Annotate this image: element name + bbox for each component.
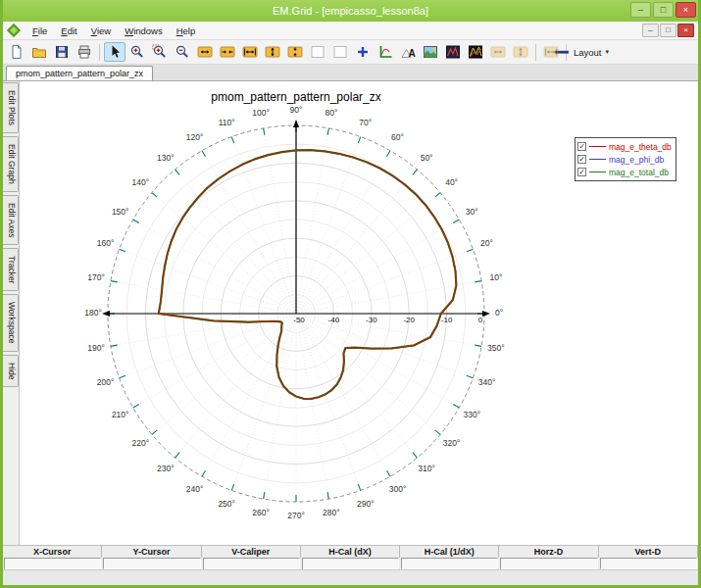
box-select-1-button[interactable] — [307, 42, 328, 62]
window-bottom-strip — [3, 569, 698, 585]
zoom-in-icon — [152, 44, 168, 60]
layout-button[interactable]: Layout▾ — [571, 42, 592, 62]
edit-axes-button[interactable] — [375, 42, 396, 62]
window-controls: – □ × — [630, 2, 696, 18]
angle-label: 230° — [157, 464, 175, 473]
sidebar-tab-edit-plots[interactable]: Edit Plots — [3, 82, 19, 133]
angle-label: 120° — [186, 132, 204, 142]
status-value-v-caliper — [203, 558, 300, 569]
menu-file[interactable]: File — [25, 24, 54, 38]
select-pointer-button[interactable] — [104, 42, 125, 62]
plot-style-multi-button[interactable] — [465, 42, 486, 62]
menu-edit[interactable]: Edit — [54, 24, 83, 38]
angle-tick — [453, 220, 459, 223]
angle-tick — [467, 375, 474, 377]
blank-icon — [310, 44, 325, 60]
print-button[interactable] — [74, 42, 95, 62]
svg-text:A: A — [409, 48, 416, 59]
sidebar-tab-edit-axes[interactable]: Edit Axes — [3, 195, 19, 245]
h-expand-icon — [197, 44, 213, 60]
mdi-restore-button[interactable]: □ — [660, 24, 676, 37]
app-logo-icon — [7, 24, 21, 37]
dropdown-arrow-icon: ▾ — [606, 48, 610, 56]
legend-checkbox-mag-e-phi-db[interactable]: ✓ — [577, 155, 586, 164]
statusbar: X-CursorY-CursorV-CaliperH-Cal (dX)H-Cal… — [3, 545, 698, 569]
sidebar-tab-edit-graph[interactable]: Edit Graph — [3, 136, 19, 192]
grid-spoke — [133, 314, 296, 408]
titlebar: EM.Grid - [empicasso_lesson8a] – □ × — [3, 0, 698, 22]
angle-label: 150° — [112, 207, 129, 217]
angle-tick — [358, 137, 360, 144]
window-maximize-button[interactable]: □ — [653, 2, 674, 18]
plus-icon — [355, 44, 371, 60]
menu-help[interactable]: Help — [170, 24, 203, 38]
angle-tick — [327, 128, 328, 135]
shrink-y-button[interactable] — [284, 42, 306, 62]
angle-tick — [264, 128, 265, 135]
radial-label: -20 — [403, 316, 415, 324]
legend-checkbox-mag-e-theta-db[interactable]: ✓ — [577, 142, 586, 151]
zoom-in-button[interactable] — [149, 42, 171, 62]
status-value-horz-d — [500, 558, 597, 569]
angle-label: 190° — [87, 343, 105, 353]
sidebar-tab-hide[interactable]: Hide — [3, 355, 19, 387]
shrink-x-button[interactable] — [217, 42, 238, 62]
angle-label: 180° — [84, 308, 102, 318]
grid-spoke — [202, 151, 296, 314]
menu-view[interactable]: View — [84, 24, 118, 38]
open-button[interactable] — [28, 42, 50, 62]
folder-icon — [31, 44, 47, 60]
sidebar-tab-tracker[interactable]: Tracker — [3, 248, 19, 292]
menu-items: FileEditViewWindowsHelp — [25, 25, 202, 36]
add-text-button[interactable]: A — [397, 42, 419, 62]
expand-x-button[interactable] — [194, 42, 216, 62]
new-button[interactable] — [6, 42, 27, 62]
page-icon — [9, 44, 25, 60]
tool-disabled-1-button — [487, 42, 509, 62]
mdi-close-button[interactable]: × — [677, 24, 694, 37]
tab-pmom-pattern-pattern-polar-zx[interactable]: pmom_pattern_pattern_polar_zx — [6, 66, 153, 80]
angle-label: 300° — [389, 484, 407, 494]
angle-tick — [175, 453, 179, 458]
plot-title: pmom_pattern_pattern_polar_zx — [100, 90, 492, 104]
menu-windows[interactable]: Windows — [118, 24, 170, 38]
status-value-row — [3, 558, 698, 569]
window-title: EM.Grid - [empicasso_lesson8a] — [273, 5, 428, 17]
plot-style-dark-button[interactable] — [442, 42, 464, 62]
angle-tick — [231, 137, 233, 144]
layout-label: Layout — [574, 47, 602, 58]
angle-label: 290° — [357, 499, 375, 509]
angle-tick — [467, 249, 474, 251]
save-button[interactable] — [51, 42, 73, 62]
window-minimize-button[interactable]: – — [630, 2, 651, 18]
angle-tick — [475, 345, 481, 346]
angle-label: 110° — [219, 118, 235, 127]
window-close-button[interactable]: × — [676, 2, 696, 18]
legend-label: mag_e_total_db — [609, 168, 669, 177]
mdi-minimize-button[interactable]: – — [642, 24, 659, 37]
grid-spoke — [175, 170, 296, 314]
full-scale-x-button[interactable] — [239, 42, 261, 62]
menubar: FileEditViewWindowsHelp – □ × — [3, 22, 698, 40]
expand-y-button[interactable] — [262, 42, 283, 62]
status-value-vert-d — [600, 558, 697, 569]
angle-tick — [435, 193, 440, 197]
legend-checkbox-mag-e-total-db[interactable]: ✓ — [577, 168, 586, 176]
angle-label: 200° — [97, 377, 115, 387]
zoom-out-button[interactable] — [172, 42, 193, 62]
zoom-window-button[interactable] — [126, 42, 148, 62]
box-select-2-button[interactable] — [329, 42, 351, 62]
mdi-window-controls: – □ × — [642, 24, 696, 37]
export-image-button[interactable] — [420, 42, 441, 62]
status-col-vert-d: Vert-D — [599, 546, 698, 558]
h-expand-icon — [490, 44, 506, 60]
add-marker-button[interactable] — [352, 42, 374, 62]
angle-tick — [453, 405, 459, 409]
radial-label: 0 — [478, 316, 483, 324]
plot-area: 0°10°20°30°40°50°60°70°80°90°100°110°120… — [20, 81, 698, 545]
h-shrink-icon — [220, 44, 235, 60]
grid-spoke — [133, 220, 296, 314]
axis-arrow-top — [293, 120, 299, 127]
angle-label: 330° — [464, 410, 481, 419]
sidebar-tab-workspace[interactable]: Workspace — [3, 294, 19, 351]
